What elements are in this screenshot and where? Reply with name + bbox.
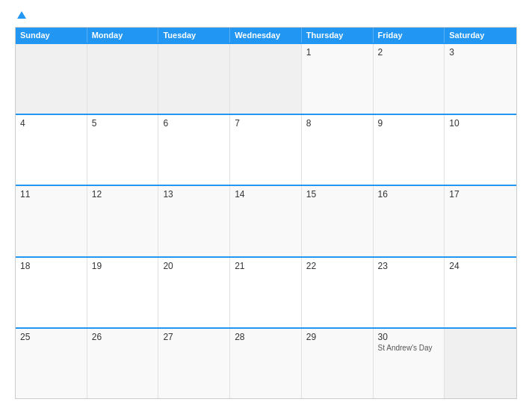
holiday-label: St Andrew's Day (378, 344, 440, 353)
cal-cell: 26 (87, 329, 159, 398)
day-number: 29 (306, 332, 368, 342)
cal-cell: 4 (16, 115, 87, 185)
day-of-week-monday: Monday (87, 28, 159, 43)
day-number: 18 (20, 261, 82, 271)
day-number: 6 (163, 118, 225, 129)
cal-cell: 25 (16, 329, 87, 398)
cal-cell: 7 (230, 115, 302, 185)
day-number: 14 (235, 189, 297, 200)
cal-cell (16, 44, 87, 114)
cal-cell: 8 (302, 115, 374, 185)
cal-cell: 15 (302, 186, 374, 256)
day-number: 27 (163, 332, 225, 342)
day-number: 16 (378, 189, 440, 200)
day-number: 2 (378, 47, 440, 58)
week-row-3: 11121314151617 (16, 185, 516, 256)
cal-cell: 23 (374, 258, 445, 327)
cal-cell: 1 (302, 44, 374, 114)
cal-cell: 28 (230, 329, 302, 398)
cal-cell: 12 (87, 186, 159, 256)
calendar-body: 1234567891011121314151617181920212223242… (16, 43, 516, 398)
day-number: 10 (449, 118, 512, 129)
day-number: 13 (163, 189, 225, 200)
cal-cell: 6 (158, 115, 230, 185)
cal-cell: 30St Andrew's Day (374, 329, 445, 398)
logo (15, 12, 26, 19)
cal-cell: 14 (230, 186, 302, 256)
day-of-week-tuesday: Tuesday (158, 28, 230, 43)
cal-cell: 20 (158, 258, 230, 327)
cal-cell: 3 (445, 44, 516, 114)
cal-cell: 9 (374, 115, 445, 185)
calendar-page: SundayMondayTuesdayWednesdayThursdayFrid… (0, 0, 532, 411)
cal-cell: 5 (87, 115, 159, 185)
cal-cell: 22 (302, 258, 374, 327)
day-number: 28 (235, 332, 297, 342)
week-row-2: 45678910 (16, 114, 516, 185)
cal-cell: 10 (445, 115, 516, 185)
day-of-week-saturday: Saturday (445, 28, 516, 43)
cal-cell (158, 44, 230, 114)
week-row-4: 18192021222324 (16, 256, 516, 327)
week-row-1: 123 (16, 43, 516, 114)
day-number: 9 (378, 118, 440, 129)
cal-cell: 27 (158, 329, 230, 398)
cal-cell: 24 (445, 258, 516, 327)
cal-cell: 2 (374, 44, 445, 114)
cal-cell: 18 (16, 258, 87, 327)
cal-cell: 11 (16, 186, 87, 256)
cal-cell (445, 329, 516, 398)
day-of-week-sunday: Sunday (16, 28, 87, 43)
logo-triangle-icon (17, 11, 26, 19)
day-number: 15 (306, 189, 368, 200)
day-number: 3 (449, 47, 512, 58)
cal-cell: 21 (230, 258, 302, 327)
day-of-week-friday: Friday (374, 28, 445, 43)
day-number: 17 (449, 189, 512, 200)
day-number: 1 (306, 47, 368, 58)
cal-cell: 17 (445, 186, 516, 256)
week-row-5: 252627282930St Andrew's Day (16, 327, 516, 398)
day-number: 22 (306, 261, 368, 271)
day-number: 23 (378, 261, 440, 271)
calendar-header: SundayMondayTuesdayWednesdayThursdayFrid… (16, 28, 516, 43)
day-of-week-thursday: Thursday (302, 28, 374, 43)
header (15, 12, 517, 19)
day-number: 20 (163, 261, 225, 271)
day-number: 7 (235, 118, 297, 129)
day-number: 8 (306, 118, 368, 129)
day-number: 30 (378, 332, 440, 342)
day-of-week-wednesday: Wednesday (230, 28, 302, 43)
day-number: 25 (20, 332, 82, 342)
cal-cell: 16 (374, 186, 445, 256)
cal-cell (87, 44, 159, 114)
day-number: 11 (20, 189, 82, 200)
day-number: 4 (20, 118, 82, 129)
calendar-grid: SundayMondayTuesdayWednesdayThursdayFrid… (15, 27, 517, 399)
day-number: 19 (92, 261, 154, 271)
day-number: 12 (92, 189, 154, 200)
cal-cell: 29 (302, 329, 374, 398)
day-number: 26 (92, 332, 154, 342)
cal-cell: 19 (87, 258, 159, 327)
day-number: 21 (235, 261, 297, 271)
cal-cell (230, 44, 302, 114)
day-number: 5 (92, 118, 154, 129)
cal-cell: 13 (158, 186, 230, 256)
day-number: 24 (449, 261, 512, 271)
